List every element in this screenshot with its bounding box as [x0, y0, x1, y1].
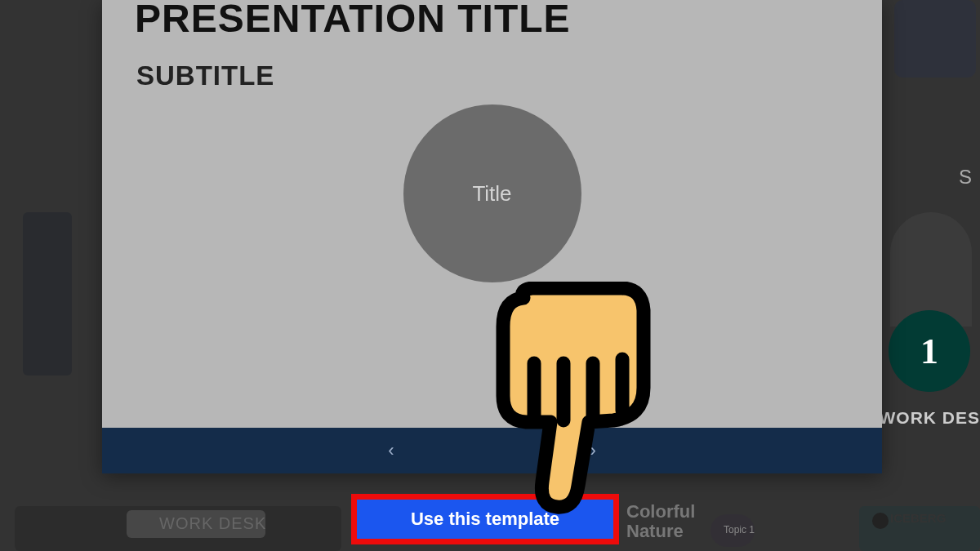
slide-nav-bar: ‹ ›	[102, 428, 882, 473]
background-topic-label: Topic 1	[724, 524, 755, 535]
use-this-template-button[interactable]: Use this template	[357, 500, 613, 539]
background-colorful-nature-label: ColorfulNature	[626, 502, 695, 541]
prev-slide-button[interactable]: ‹	[388, 440, 394, 461]
background-workdesk-label: WORK DESK	[159, 514, 266, 533]
next-slide-button[interactable]: ›	[590, 440, 596, 461]
slide-circle-placeholder: Title	[403, 104, 581, 282]
background-s-crop: S	[959, 166, 972, 189]
template-preview-modal: PRESENTATION TITLE SUBTITLE Title ‹ ›	[102, 0, 882, 473]
slide-preview: PRESENTATION TITLE SUBTITLE Title	[102, 0, 882, 428]
background-number-badge: 1	[889, 310, 970, 392]
slide-title: PRESENTATION TITLE	[135, 0, 849, 41]
slide-subtitle: SUBTITLE	[136, 60, 849, 91]
use-template-highlight: Use this template	[351, 494, 619, 544]
background-iceberg-icon	[872, 513, 889, 529]
background-workdes-label: WORK DES	[880, 408, 981, 428]
background-iceberg-label: ICEBERG	[890, 511, 946, 525]
